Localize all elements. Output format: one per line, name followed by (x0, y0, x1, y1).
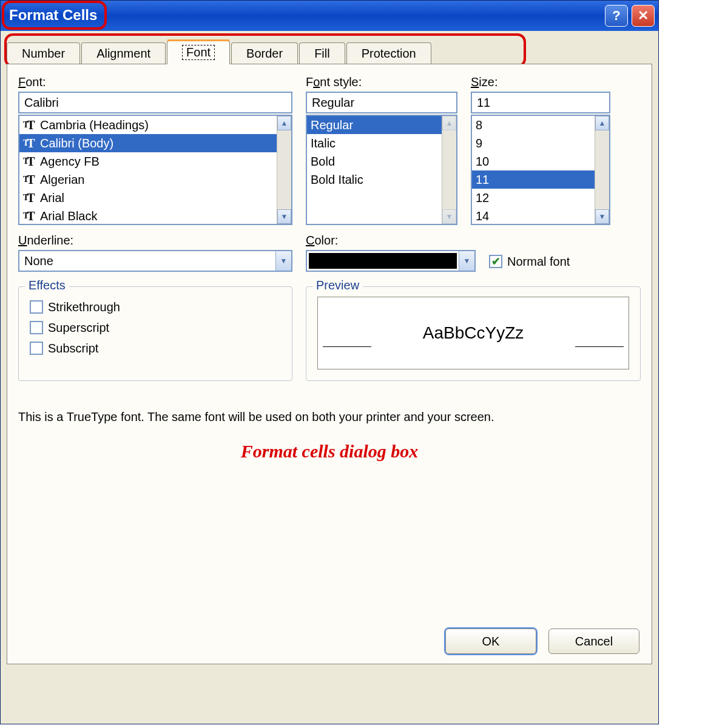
truetype-icon (23, 209, 36, 223)
style-item[interactable]: Regular (307, 116, 442, 134)
chevron-down-icon[interactable]: ▼ (459, 251, 474, 271)
truetype-icon (23, 173, 36, 187)
annotation-caption: Format cells dialog box (18, 441, 641, 462)
font-label: Font: (18, 75, 292, 89)
preview-group: Preview AaBbCcYyZz (306, 286, 641, 381)
scrollbar[interactable]: ▲ ▼ (595, 116, 609, 224)
strikethrough-checkbox[interactable]: Strikethrough (30, 297, 281, 317)
check-icon: ✔ (489, 255, 502, 268)
font-item[interactable]: Calibri (Body) (19, 134, 277, 152)
truetype-icon (23, 155, 36, 169)
size-item[interactable]: 8 (472, 116, 595, 134)
color-combo[interactable]: ▼ (306, 250, 476, 272)
title-highlight: Format Cells (2, 1, 107, 30)
size-item[interactable]: 9 (472, 134, 595, 152)
font-item[interactable]: Arial (19, 189, 277, 207)
cancel-button[interactable]: Cancel (548, 629, 639, 654)
ok-button[interactable]: OK (445, 629, 536, 654)
tab-protection[interactable]: Protection (346, 42, 431, 64)
size-item[interactable]: 14 (472, 207, 595, 224)
superscript-checkbox[interactable]: Superscript (30, 317, 281, 338)
underline-combo[interactable]: None ▼ (18, 250, 292, 272)
tab-fill[interactable]: Fill (299, 42, 345, 64)
font-description: This is a TrueType font. The same font w… (18, 409, 641, 425)
checkbox-icon (30, 342, 43, 355)
tab-number[interactable]: Number (7, 42, 80, 64)
titlebar: Format Cells ? ✕ (1, 1, 658, 31)
size-item[interactable]: 11 (472, 170, 595, 189)
truetype-icon (23, 118, 36, 132)
window-title: Format Cells (9, 7, 97, 24)
preview-legend: Preview (312, 278, 363, 292)
underline-label: Underline: (18, 234, 292, 248)
chevron-down-icon[interactable]: ▼ (275, 251, 291, 271)
tab-font[interactable]: Font (167, 41, 230, 64)
font-item[interactable]: Arial Black (19, 207, 277, 224)
scroll-up-icon[interactable]: ▲ (595, 116, 609, 130)
help-button[interactable]: ? (605, 5, 628, 27)
close-button[interactable]: ✕ (632, 5, 655, 27)
scroll-down-icon[interactable]: ▼ (277, 209, 291, 224)
style-item[interactable]: Italic (307, 134, 442, 152)
font-style-label: Font style: (306, 75, 457, 89)
checkbox-icon (30, 321, 43, 334)
tab-border[interactable]: Border (231, 42, 298, 64)
style-item[interactable]: Bold Italic (307, 170, 442, 189)
scroll-up-icon[interactable]: ▲ (277, 116, 291, 130)
checkbox-icon (30, 300, 43, 314)
font-style-input[interactable]: Regular (306, 92, 457, 113)
color-label: Color: (306, 234, 476, 248)
truetype-icon (23, 191, 36, 205)
font-input[interactable]: Calibri (18, 92, 292, 113)
scrollbar[interactable]: ▲ ▼ (442, 116, 456, 224)
normal-font-checkbox[interactable]: ✔ Normal font (489, 251, 570, 272)
format-cells-dialog: Format Cells ? ✕ Number Alignment Font B… (0, 0, 659, 724)
tabstrip: Number Alignment Font Border Fill Protec… (7, 37, 652, 64)
size-item[interactable]: 12 (472, 189, 595, 207)
size-list[interactable]: 8 9 10 11 12 14 ▲ ▼ (471, 115, 610, 225)
font-item[interactable]: Agency FB (19, 152, 277, 170)
size-label: Size: (471, 75, 610, 89)
preview-sample: AaBbCcYyZz (423, 323, 524, 343)
font-item[interactable]: Cambria (Headings) (19, 116, 277, 134)
size-item[interactable]: 10 (472, 152, 595, 170)
font-style-list[interactable]: Regular Italic Bold Bold Italic ▲ ▼ (306, 115, 457, 225)
subscript-checkbox[interactable]: Subscript (30, 338, 281, 359)
scroll-down-icon: ▼ (442, 209, 456, 224)
scroll-up-icon: ▲ (442, 116, 456, 130)
preview-box: AaBbCcYyZz (317, 297, 629, 369)
effects-group: Effects Strikethrough Superscript Subscr… (18, 286, 292, 381)
tab-panel: Font: Calibri Cambria (Headings) Calibri… (7, 64, 652, 664)
scroll-down-icon[interactable]: ▼ (595, 209, 609, 224)
truetype-icon (23, 136, 36, 150)
effects-legend: Effects (25, 278, 69, 292)
tab-alignment[interactable]: Alignment (81, 42, 166, 64)
scrollbar[interactable]: ▲ ▼ (277, 116, 291, 224)
font-list[interactable]: Cambria (Headings) Calibri (Body) Agency… (18, 115, 292, 225)
size-input[interactable]: 11 (471, 92, 610, 113)
font-item[interactable]: Algerian (19, 170, 277, 189)
color-swatch (309, 253, 457, 269)
style-item[interactable]: Bold (307, 152, 442, 170)
